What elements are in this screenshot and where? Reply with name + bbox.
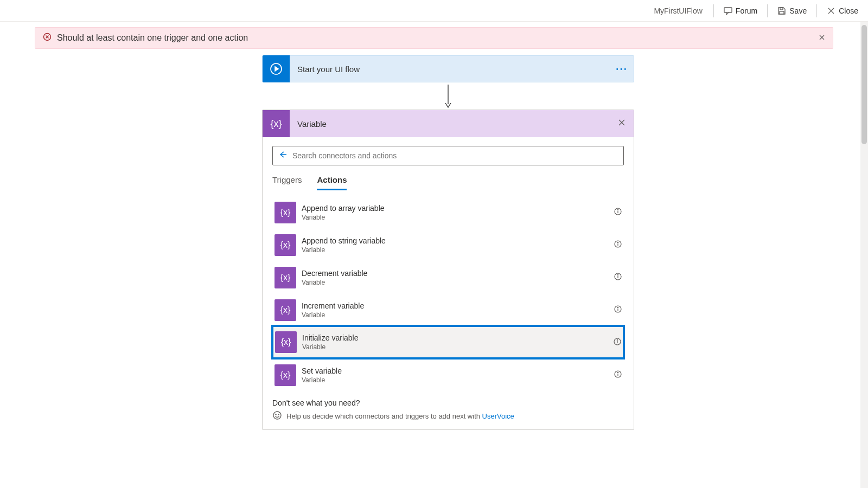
error-message: Should at least contain one trigger and …	[57, 33, 248, 43]
error-icon	[43, 33, 52, 43]
separator	[767, 4, 768, 17]
chat-icon	[724, 7, 732, 15]
svg-rect-0	[724, 8, 732, 12]
save-label: Save	[789, 7, 807, 15]
forum-label: Forum	[736, 7, 757, 15]
forum-button[interactable]: Forum	[718, 3, 763, 18]
svg-rect-1	[780, 8, 783, 10]
dismiss-error-button[interactable]	[819, 33, 825, 43]
separator	[816, 4, 817, 17]
close-button[interactable]: Close	[821, 3, 864, 18]
svg-rect-2	[780, 11, 784, 14]
close-icon	[827, 7, 835, 15]
save-icon	[777, 7, 786, 15]
vertical-scrollbar[interactable]	[860, 22, 868, 49]
save-button[interactable]: Save	[772, 3, 812, 18]
flow-canvas[interactable]: Start your UI flow ⋯ {x} Variable Trigge…	[35, 47, 861, 49]
top-toolbar: MyFirstUIFlow Forum Save Close	[0, 0, 868, 22]
flow-name: MyFirstUIFlow	[647, 7, 709, 15]
close-label: Close	[839, 7, 858, 15]
error-banner: Should at least contain one trigger and …	[35, 27, 833, 49]
scrollbar-thumb[interactable]	[861, 25, 867, 49]
separator	[713, 4, 714, 17]
